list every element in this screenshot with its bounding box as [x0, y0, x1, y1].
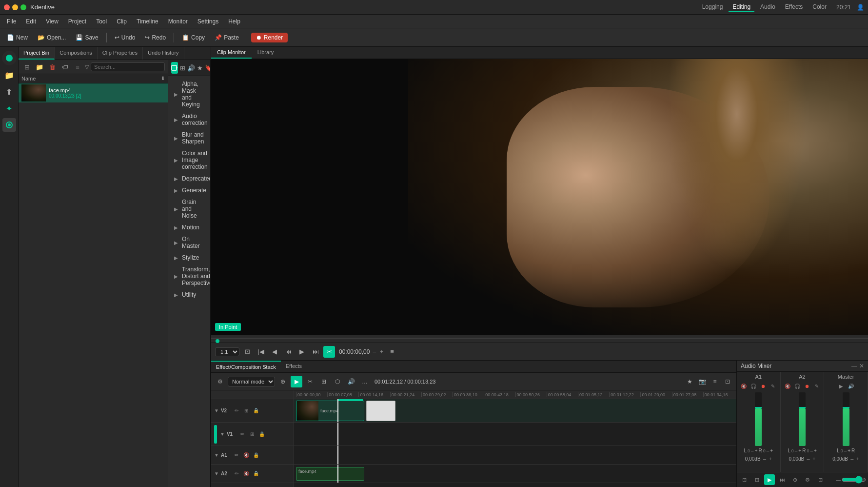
scrubber-head[interactable]: [216, 339, 219, 343]
mixer-btn-1[interactable]: ⊡: [739, 474, 750, 485]
effects-video-tab[interactable]: [171, 62, 178, 74]
tab-clip-properties[interactable]: Clip Properties: [98, 47, 143, 60]
effects-audio-tab[interactable]: 🔊: [187, 62, 195, 74]
mark-btn[interactable]: ✂: [323, 346, 335, 358]
rewind-btn[interactable]: ⏮: [282, 346, 294, 358]
vol-plus2-a1[interactable]: +: [770, 448, 773, 453]
category-motion[interactable]: ▶ Motion: [168, 222, 210, 233]
tl-settings-btn[interactable]: ⚙: [214, 376, 226, 387]
category-on-master[interactable]: ▶ On Master: [168, 233, 210, 252]
category-stylize[interactable]: ▶ Stylize: [168, 252, 210, 264]
tl-audio-btn[interactable]: 🔊: [345, 376, 357, 387]
mixer-btn-3[interactable]: ▶: [764, 474, 775, 485]
tab-undo-history[interactable]: Undo History: [143, 47, 184, 60]
track-lock-v1[interactable]: ✏: [238, 430, 246, 438]
new-folder-btn[interactable]: 📁: [34, 61, 45, 72]
tl-more1-btn[interactable]: ⬡: [332, 376, 343, 387]
in-point-btn[interactable]: |◀: [255, 346, 267, 358]
menu-project[interactable]: Project: [64, 17, 90, 26]
fullscreen-btn[interactable]: ⊡: [241, 346, 253, 358]
menu-settings[interactable]: Settings: [194, 17, 222, 26]
tl-list-btn[interactable]: ≡: [709, 376, 721, 387]
track-solo-a2[interactable]: 🔒: [252, 470, 260, 478]
menu-tool[interactable]: Tool: [92, 17, 111, 26]
tl-snap-btn[interactable]: ⊕: [277, 376, 289, 387]
vol-minus-a1[interactable]: –: [751, 448, 754, 453]
tab-effects-tl[interactable]: Effects: [281, 361, 307, 372]
tl-more2-btn[interactable]: …: [359, 376, 371, 387]
ch-edit-a1[interactable]: ✎: [769, 382, 777, 390]
sidebar-icon-effects[interactable]: ✦: [2, 101, 16, 115]
prev-frame-btn[interactable]: ◀: [269, 346, 280, 358]
track-eye-v2[interactable]: ⊞: [242, 407, 250, 415]
open-button[interactable]: 📂 Open...: [34, 33, 70, 42]
paste-button[interactable]: 📌 Paste: [211, 33, 243, 42]
copy-button[interactable]: 📋 Copy: [178, 33, 209, 42]
sidebar-icon-upload[interactable]: ⬆: [2, 85, 16, 99]
ch-speaker-master[interactable]: 🔊: [847, 382, 855, 390]
tab-color[interactable]: Color: [809, 2, 830, 12]
delete-btn[interactable]: 🗑: [47, 61, 58, 72]
mixer-minimize-btn[interactable]: —: [851, 363, 857, 369]
category-grain[interactable]: ▶ Grain and Noise: [168, 196, 210, 222]
tl-play-btn[interactable]: ▶: [291, 376, 302, 387]
collapse-a2[interactable]: ▼: [214, 471, 219, 476]
ch-mute-a2[interactable]: 🔇: [783, 382, 792, 390]
new-button[interactable]: 📄 New: [3, 33, 32, 42]
ch-expand-master[interactable]: ▶: [837, 382, 846, 390]
maximize-button[interactable]: [20, 4, 26, 10]
monitor-scrubber[interactable]: [211, 335, 868, 343]
fader-master[interactable]: [843, 392, 849, 446]
ch-record-a2[interactable]: ⏺: [803, 382, 811, 390]
tab-project-bin[interactable]: Project Bin: [19, 47, 55, 60]
tab-logging[interactable]: Logging: [698, 2, 727, 12]
category-alpha[interactable]: ▶ Alpha, Mask and Keying: [168, 78, 210, 110]
collapse-a1[interactable]: ▼: [214, 452, 219, 458]
collapse-v1[interactable]: ▼: [220, 431, 225, 437]
tab-library[interactable]: Library: [252, 47, 280, 59]
mixer-btn-7[interactable]: ⊡: [815, 474, 826, 485]
vol-plus2-a2[interactable]: +: [814, 448, 817, 453]
save-button[interactable]: 💾 Save: [72, 33, 102, 42]
menu-file[interactable]: File: [3, 17, 20, 26]
menu-btn[interactable]: ≡: [72, 61, 83, 72]
vol-dec-a1[interactable]: –: [763, 456, 766, 462]
menu-view[interactable]: View: [42, 17, 62, 26]
menu-help[interactable]: Help: [224, 17, 244, 26]
tl-cut-btn[interactable]: ✂: [304, 376, 316, 387]
category-audio-correction[interactable]: ▶ Audio correction: [168, 110, 210, 129]
vol-dec-master[interactable]: –: [850, 456, 853, 462]
ch-headphone-a2[interactable]: 🎧: [793, 382, 802, 390]
vol-inc-a1[interactable]: +: [769, 456, 771, 462]
minimize-button[interactable]: [12, 4, 18, 10]
vol-plus-master[interactable]: +: [848, 448, 850, 453]
tag-btn[interactable]: 🏷: [59, 61, 70, 72]
vol-inc-a2[interactable]: +: [812, 456, 815, 462]
play-btn[interactable]: ▶: [296, 346, 308, 358]
search-input[interactable]: [91, 62, 165, 71]
clip-item[interactable]: face.mp4 00:00:13;23 [2]: [19, 83, 168, 102]
clip-block-v2[interactable]: face.mp4: [296, 401, 364, 421]
tab-compositions[interactable]: Compositions: [55, 47, 98, 60]
effects-star-tab[interactable]: ★: [197, 62, 203, 74]
track-lock-v2[interactable]: ✏: [233, 407, 240, 415]
vol-minus2-a1[interactable]: –: [767, 448, 769, 453]
vol-minus-master[interactable]: –: [844, 448, 847, 453]
tab-effects[interactable]: Effects: [781, 2, 807, 12]
mixer-close-btn[interactable]: ✕: [859, 363, 864, 369]
tl-camera-btn[interactable]: 📷: [696, 376, 708, 387]
menu-edit[interactable]: Edit: [22, 17, 40, 26]
composition-block[interactable]: [366, 401, 395, 421]
view-toggle-btn[interactable]: ⊞: [21, 61, 32, 72]
forward-btn[interactable]: ⏭: [310, 346, 321, 358]
ch-mute-a1[interactable]: 🔇: [739, 382, 748, 390]
tl-group-btn[interactable]: ⊞: [318, 376, 330, 387]
tab-effect-stack[interactable]: Effect/Composition Stack: [211, 361, 281, 372]
master-volume-slider[interactable]: [842, 476, 866, 484]
timeline-mode-select[interactable]: Normal mode: [228, 377, 275, 386]
user-icon[interactable]: 👤: [857, 4, 864, 11]
effects-grid-tab[interactable]: ⊞: [180, 62, 185, 74]
tab-editing[interactable]: Editing: [729, 2, 754, 12]
sidebar-icon-transitions[interactable]: [2, 118, 16, 132]
vol-plus-a2[interactable]: +: [798, 448, 801, 453]
